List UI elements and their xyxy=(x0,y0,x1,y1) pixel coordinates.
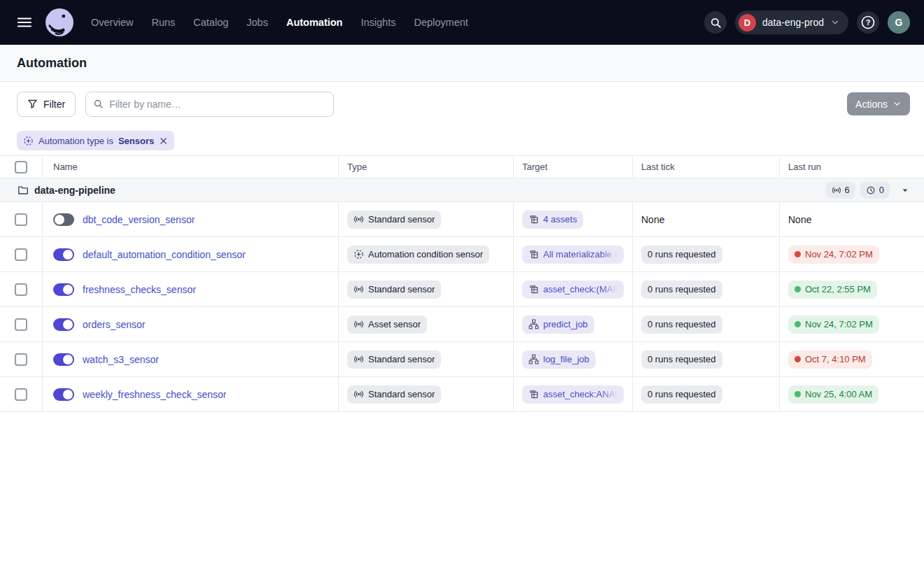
asset-icon xyxy=(528,214,539,225)
select-all-checkbox[interactable] xyxy=(15,161,27,173)
sensor-toggle[interactable] xyxy=(53,248,74,261)
title-bar: Automation xyxy=(0,45,924,82)
run-status-dot xyxy=(794,391,801,397)
job-icon xyxy=(528,319,539,329)
target-link[interactable]: All materializable as xyxy=(522,246,624,264)
asset-icon xyxy=(528,284,539,294)
user-avatar[interactable]: G xyxy=(888,11,910,34)
sensor-toggle[interactable] xyxy=(53,388,74,401)
sensor-toggle[interactable] xyxy=(53,318,74,331)
code-location-group-row[interactable]: data-eng-pipeline 6 0 xyxy=(0,178,924,202)
funnel-icon xyxy=(27,99,38,109)
sensor-toggle[interactable] xyxy=(53,353,74,366)
column-header-last-run: Last run xyxy=(788,162,821,172)
toolbar: Filter Actions xyxy=(0,82,924,126)
target-link[interactable]: asset_check:ANALY xyxy=(522,385,624,404)
deployment-avatar: D xyxy=(738,14,756,31)
row-checkbox[interactable] xyxy=(15,248,27,261)
row-checkbox[interactable] xyxy=(15,318,27,331)
filter-button[interactable]: Filter xyxy=(17,92,76,117)
run-status-dot xyxy=(794,321,801,327)
sensor-type-badge: Automation condition sensor xyxy=(347,246,489,264)
last-run-value: None xyxy=(788,214,811,225)
table-header-row: Name Type Target Last tick Last run xyxy=(0,156,924,178)
nav-right: D data-eng-prod ? G xyxy=(704,10,910,34)
top-nav: Overview Runs Catalog Jobs Automation In… xyxy=(0,0,924,45)
sensor-icon xyxy=(354,284,364,294)
nav-item-deployment[interactable]: Deployment xyxy=(414,17,468,28)
sensor-type-badge: Standard sensor xyxy=(347,385,441,404)
nav-item-jobs[interactable]: Jobs xyxy=(246,17,268,28)
filter-chip-automation-type[interactable]: Automation type is Sensors xyxy=(17,131,174,150)
sensors-table: Name Type Target Last tick Last run data… xyxy=(0,155,924,412)
sensor-name-link[interactable]: freshness_checks_sensor xyxy=(83,284,196,295)
sensor-toggle[interactable] xyxy=(53,213,74,226)
menu-icon[interactable] xyxy=(14,12,35,33)
sensor-name-link[interactable]: orders_sensor xyxy=(83,319,146,330)
run-status-dot xyxy=(794,356,801,362)
sensor-type-badge: Standard sensor xyxy=(347,350,441,369)
sensor-icon xyxy=(354,319,364,329)
table-row: watch_s3_sensor Standard sensor log_file… xyxy=(0,342,924,377)
nav-item-runs[interactable]: Runs xyxy=(151,17,175,28)
sensor-name-link[interactable]: default_automation_condition_sensor xyxy=(83,249,246,260)
target-link[interactable]: 4 assets xyxy=(522,211,583,229)
actions-button[interactable]: Actions xyxy=(847,92,910,115)
nav-item-insights[interactable]: Insights xyxy=(360,17,396,28)
filter-chip-label: Automation type is xyxy=(38,136,113,146)
nav-item-overview[interactable]: Overview xyxy=(91,17,133,28)
automation-condition-icon xyxy=(354,249,364,260)
nav-item-catalog[interactable]: Catalog xyxy=(193,17,228,28)
nav-item-automation[interactable]: Automation xyxy=(286,17,343,28)
search-icon[interactable] xyxy=(704,11,727,34)
row-checkbox[interactable] xyxy=(15,283,27,296)
row-checkbox[interactable] xyxy=(15,213,27,226)
column-header-type: Type xyxy=(347,162,367,172)
last-tick-badge: 0 runs requested xyxy=(641,246,722,264)
table-row: orders_sensor Asset sensor predict_job 0… xyxy=(0,307,924,342)
name-filter-box xyxy=(85,92,334,117)
sensor-type-badge: Asset sensor xyxy=(347,315,427,334)
filter-chip-value: Sensors xyxy=(118,136,154,146)
search-icon xyxy=(93,99,104,109)
last-run-link[interactable]: Oct 22, 2:55 PM xyxy=(788,281,877,299)
row-checkbox[interactable] xyxy=(15,353,27,366)
target-link[interactable]: asset_check:(MARKE xyxy=(522,281,624,299)
table-row: freshness_checks_sensor Standard sensor … xyxy=(0,272,924,307)
name-filter-input[interactable] xyxy=(109,99,326,110)
sensor-icon xyxy=(354,214,364,225)
last-run-link[interactable]: Nov 24, 7:02 PM xyxy=(788,315,879,334)
last-run-link[interactable]: Nov 24, 7:02 PM xyxy=(788,246,879,264)
help-icon[interactable]: ? xyxy=(857,11,879,34)
column-header-last-tick: Last tick xyxy=(641,162,675,172)
asset-icon xyxy=(528,389,539,399)
table-row: dbt_code_version_sensor Standard sensor … xyxy=(0,202,924,237)
chevron-down-icon xyxy=(830,17,840,27)
target-link[interactable]: predict_job xyxy=(522,315,594,334)
table-row: weekly_freshness_check_sensor Standard s… xyxy=(0,377,924,412)
deployment-switcher[interactable]: D data-eng-prod xyxy=(735,10,848,34)
clock-icon xyxy=(866,185,876,195)
sensor-name-link[interactable]: watch_s3_sensor xyxy=(83,354,159,365)
schedule-count-badge: 0 xyxy=(860,182,890,199)
sensor-toggle[interactable] xyxy=(53,283,74,296)
run-status-dot xyxy=(794,251,801,257)
target-link[interactable]: log_file_job xyxy=(522,350,596,369)
last-tick-value: None xyxy=(641,214,664,225)
sensor-name-link[interactable]: dbt_code_version_sensor xyxy=(83,214,195,225)
last-run-link[interactable]: Nov 25, 4:00 AM xyxy=(788,385,878,404)
sensor-name-link[interactable]: weekly_freshness_check_sensor xyxy=(83,389,226,400)
table-row: default_automation_condition_sensor Auto… xyxy=(0,237,924,272)
active-filters-row: Automation type is Sensors xyxy=(0,126,924,155)
row-checkbox[interactable] xyxy=(15,388,27,401)
automation-condition-icon xyxy=(23,136,34,146)
dagster-logo-icon[interactable] xyxy=(45,8,74,37)
page-title: Automation xyxy=(17,56,87,71)
last-run-link[interactable]: Oct 7, 4:10 PM xyxy=(788,350,872,369)
run-status-dot xyxy=(794,286,801,292)
collapse-group-icon[interactable] xyxy=(900,185,910,195)
remove-filter-icon[interactable] xyxy=(159,136,168,145)
sensor-type-badge: Standard sensor xyxy=(347,281,441,299)
sensor-icon xyxy=(354,389,364,399)
column-header-name: Name xyxy=(53,162,78,172)
